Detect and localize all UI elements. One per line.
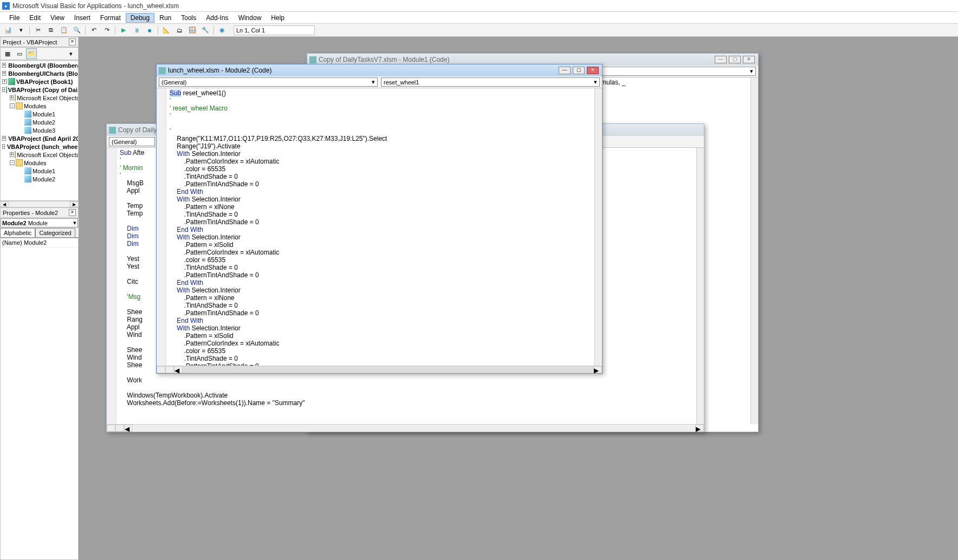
tree-item[interactable]: +Microsoft Excel Objects [10, 151, 77, 159]
expander-icon[interactable]: - [2, 144, 5, 149]
svg-rect-2 [309, 56, 316, 63]
paste-icon[interactable]: 📋 [58, 25, 70, 36]
menu-window[interactable]: Window [234, 13, 267, 23]
object-combo[interactable]: (General)▾ [159, 77, 378, 87]
tree-label: VBAProject (Book1) [16, 79, 73, 85]
design-mode-icon[interactable]: 📐 [160, 25, 172, 36]
tree-item[interactable]: Module1 [17, 167, 77, 175]
project-tree[interactable]: +BloombergUI (Bloomberg+BloombergUIChart… [0, 60, 79, 201]
menu-help[interactable]: Help [266, 13, 289, 23]
minimize-icon[interactable]: — [559, 67, 571, 74]
tree-item[interactable]: Module1 [17, 110, 77, 118]
menu-view[interactable]: View [46, 13, 69, 23]
maximize-icon[interactable]: ▢ [573, 67, 585, 74]
procedure-view-icon[interactable] [107, 425, 115, 432]
properties-object-selector[interactable]: Module2 Module ▾ [1, 218, 78, 227]
menu-add-ins[interactable]: Add-Ins [201, 13, 233, 23]
expander-icon[interactable]: - [10, 160, 15, 165]
properties-grid[interactable]: (Name) Module2 [0, 238, 79, 560]
horizontal-scrollbar[interactable]: ◀▶ [157, 366, 602, 373]
tree-item[interactable]: +VBAProject (End April 20 [2, 134, 77, 142]
help-icon[interactable]: ◉ [216, 25, 228, 36]
undo-icon[interactable]: ↶ [88, 25, 100, 36]
procedure-view-icon[interactable] [157, 366, 165, 373]
expander-icon[interactable]: + [2, 136, 6, 141]
close-icon[interactable]: ✕ [743, 56, 755, 63]
mod-icon [24, 127, 31, 134]
code-editor[interactable]: Sub reset_wheel1() ' ' reset_wheel Macro… [157, 88, 602, 366]
close-icon[interactable]: ✕ [587, 67, 599, 74]
stop-icon[interactable]: ■ [144, 25, 156, 36]
view-code-icon[interactable]: ▦ [2, 48, 13, 59]
menu-insert[interactable]: Insert [69, 13, 95, 23]
tree-item[interactable]: +VBAProject (Book1) [2, 77, 77, 86]
tree-item[interactable]: -Modules [10, 102, 77, 110]
tree-label: Microsoft Excel Objects [17, 95, 79, 101]
toggle-folders-icon[interactable]: 📁 [26, 48, 37, 59]
cut-icon[interactable]: ✂ [32, 25, 44, 36]
view-object-icon[interactable]: ▭ [14, 48, 25, 59]
excel-icon[interactable]: 📊 [2, 25, 14, 36]
vertical-scrollbar[interactable] [594, 88, 602, 366]
expander-icon[interactable]: + [10, 152, 14, 157]
expander-icon[interactable]: - [2, 87, 5, 92]
object-combo[interactable]: (General) [109, 137, 155, 146]
tree-label: VBAProject (lunch_whee [7, 144, 77, 150]
property-value[interactable]: Module2 [22, 238, 48, 247]
full-module-view-icon[interactable] [115, 425, 124, 432]
object-browser-icon[interactable]: 🔧 [199, 25, 211, 36]
expander-icon[interactable]: + [2, 71, 6, 76]
run-icon[interactable]: ▶ [118, 25, 130, 36]
pause-icon[interactable]: ⏸ [131, 25, 143, 36]
redo-icon[interactable]: ↷ [101, 25, 113, 36]
project-explorer-icon[interactable]: 🗂 [173, 25, 185, 36]
menu-format[interactable]: Format [95, 13, 126, 23]
properties-window-icon[interactable]: 🪟 [186, 25, 198, 36]
tab-categorized[interactable]: Categorized [35, 228, 75, 237]
project-panel-close-icon[interactable]: × [69, 38, 76, 45]
find-icon[interactable]: 🔍 [71, 25, 83, 36]
tree-label: Module2 [33, 176, 55, 183]
module-icon [309, 56, 316, 63]
menu-run[interactable]: Run [154, 13, 176, 23]
project-toolbar-overflow-icon[interactable]: ▾ [66, 48, 76, 59]
horizontal-scrollbar[interactable]: ◀▶ [107, 424, 704, 432]
menu-file[interactable]: File [4, 13, 24, 23]
expander-icon[interactable]: + [10, 95, 14, 100]
window-title: Copy of DailyT [118, 126, 161, 134]
tree-item[interactable]: -VBAProject (lunch_whee [2, 142, 77, 151]
maximize-icon[interactable]: ▢ [729, 56, 741, 63]
expander-icon[interactable]: + [2, 79, 7, 84]
app-title: Microsoft Visual Basic for Applications … [12, 2, 179, 10]
chevron-down-icon: ▾ [73, 219, 76, 226]
vertical-scrollbar[interactable] [750, 77, 758, 424]
tree-item[interactable]: +BloombergUI (Bloomberg [2, 61, 77, 69]
menu-debug[interactable]: Debug [126, 13, 154, 23]
tree-item[interactable]: +BloombergUICharts (Blo [2, 69, 77, 77]
vertical-scrollbar[interactable] [696, 148, 704, 424]
excel-dropdown-icon[interactable]: ▾ [15, 25, 27, 36]
expander-icon[interactable]: + [2, 63, 6, 68]
tree-item[interactable]: +Microsoft Excel Objects [10, 94, 77, 102]
tree-item[interactable]: -Modules [10, 159, 77, 167]
tree-item[interactable]: Module3 [17, 126, 77, 134]
procedure-combo[interactable]: reset_wheel1▾ [381, 77, 600, 87]
minimize-icon[interactable]: — [715, 56, 727, 63]
tree-item[interactable]: Module2 [17, 118, 77, 126]
code-window-lunchwheel[interactable]: lunch_wheel.xlsm - Module2 (Code) — ▢ ✕ … [156, 64, 603, 374]
project-scroll-h[interactable]: ◀▶ [0, 201, 79, 207]
chevron-down-icon: ▾ [372, 79, 375, 86]
menu-edit[interactable]: Edit [24, 13, 46, 23]
svg-rect-3 [109, 127, 116, 134]
menu-tools[interactable]: Tools [176, 13, 201, 23]
fold-icon [16, 159, 23, 166]
full-module-view-icon[interactable] [165, 366, 174, 373]
properties-panel-close-icon[interactable]: × [69, 209, 76, 216]
project-panel-header: Project - VBAProject × [0, 37, 79, 47]
tree-item[interactable]: -VBAProject (Copy of Dai [2, 86, 77, 94]
tab-alphabetic[interactable]: Alphabetic [0, 228, 35, 237]
mod-icon [24, 175, 31, 183]
copy-icon[interactable]: ⧉ [45, 25, 57, 36]
expander-icon[interactable]: - [10, 103, 15, 108]
tree-item[interactable]: Module2 [17, 175, 77, 183]
